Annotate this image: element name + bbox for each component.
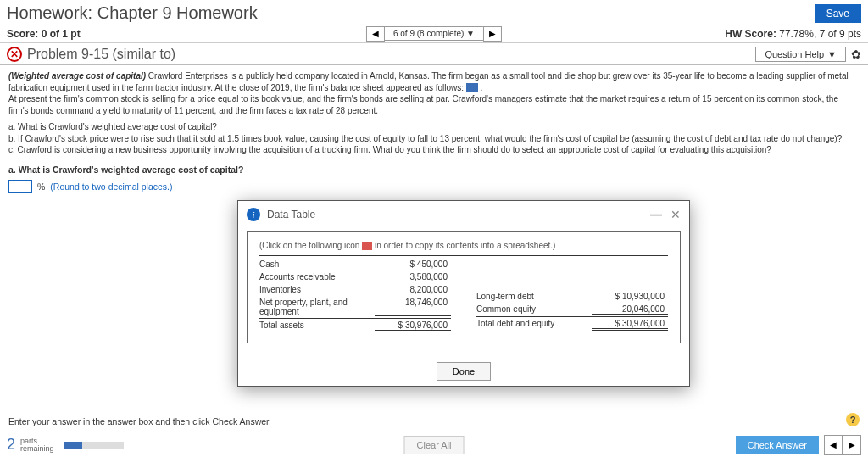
done-button[interactable]: Done [437,362,491,381]
table-row: Total debt and equity$ 30,976,000 [476,316,668,332]
info-icon: i [247,208,260,221]
problem-title: Problem 9-15 (similar to) [27,47,175,62]
table-row: Accounts receivable3,580,000 [259,270,451,283]
close-icon[interactable]: ✕ [670,208,681,221]
table-row: Net property, plant, and equipment18,746… [259,296,451,318]
copy-instruction: (Click on the following icon in order to… [259,241,668,250]
table-row: Total assets$ 30,976,000 [259,318,451,334]
hw-score: HW Score: 77.78%, 7 of 9 pts [725,28,861,40]
pager-label[interactable]: 6 of 9 (8 complete) ▼ [385,26,483,41]
gear-icon[interactable]: ✿ [851,47,861,61]
answer-unit: % [37,181,45,192]
minimize-icon[interactable]: — [650,208,662,221]
question-a-prompt: a. What is Crawford's weighted average c… [0,161,868,175]
clear-all-button[interactable]: Clear All [404,436,465,454]
question-help-button[interactable]: Question Help ▼ [755,47,846,62]
table-row: Inventories8,200,000 [259,283,451,296]
modal-title: Data Table [267,209,315,220]
pager-prev-button[interactable]: ◀ [366,26,385,42]
help-icon[interactable]: ? [846,413,860,426]
nav-prev-button[interactable]: ◀ [824,435,843,455]
answer-input[interactable] [8,180,32,193]
parts-remaining: 2 partsremaining [7,436,124,454]
footer-instruction: Enter your answer in the answer box and … [8,416,271,426]
copy-icon[interactable] [362,242,372,250]
homework-title: Homework: Chapter 9 Homework [7,3,258,23]
wrong-icon: ✕ [7,47,22,62]
save-button[interactable]: Save [815,4,861,23]
score-text: Score: 0 of 1 pt [7,28,81,40]
nav-next-button[interactable]: ▶ [843,435,861,455]
pager: ◀ 6 of 9 (8 complete) ▼ ▶ [366,26,502,42]
problem-body: (Weighted average cost of capital) Crawf… [0,65,868,161]
round-note: (Round to two decimal places.) [50,181,172,192]
pager-next-button[interactable]: ▶ [483,26,502,42]
table-row: Common equity20,046,000 [476,303,668,316]
data-table-modal: i Data Table — ✕ (Click on the following… [237,200,690,387]
parts-progress [64,442,124,449]
table-row: Long-term debt$ 10,930,000 [476,290,668,303]
data-table-icon[interactable] [466,83,478,92]
balance-sheet-table: Cash$ 450,000Accounts receivable3,580,00… [259,255,668,334]
check-answer-button[interactable]: Check Answer [736,436,819,454]
table-row: Cash$ 450,000 [259,258,451,270]
